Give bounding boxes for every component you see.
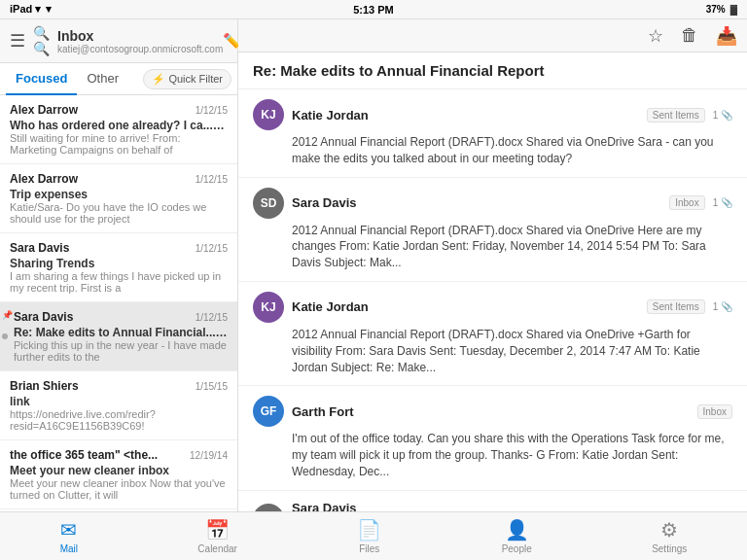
email-subject: Meet your new cleaner inbox [10,464,228,477]
mail-icon: ✉ [60,518,77,542]
list-item[interactable]: 📌 Sara Davis 1/12/15 Re: Make edits to A… [0,302,237,371]
nav-files[interactable]: 📄 Files [345,514,393,558]
message-body: 2012 Annual Financial Report (DRAFT).doc… [253,223,732,271]
message-sender-name: Sara Davis [292,501,437,511]
wifi-icon: ▾ [46,3,52,16]
email-sender: Brian Shiers [10,379,79,393]
avatar: KJ [253,292,284,323]
email-count: 9 » [219,121,228,131]
ipad-label: iPad ▾ [10,3,41,16]
thread-title: Re: Make edits to Annual Financial Repor… [253,62,545,79]
favorite-icon[interactable]: ☆ [648,25,663,47]
list-item[interactable]: Sara Davis 1/12/15 Sharing Trends I am s… [0,233,237,302]
email-sender: Sara Davis [14,310,73,324]
battery-icon: ▓ [730,4,737,15]
email-preview: I am sharing a few things I have picked … [10,270,228,294]
email-preview: Katie/Sara- Do you have the IO codes we … [10,201,228,225]
bolt-icon: ⚡ [152,73,165,86]
message-item: KJ Katie Jordan Sent Items 1 📎 2012 Annu… [238,89,747,178]
email-sender: the office 365 team" <the... [10,448,158,462]
main-container: 🔍 Inbox katiej@contosogroup.onmicrosoft.… [0,19,747,511]
email-sender: Alex Darrow [10,103,78,117]
list-item[interactable]: Alex Darrow 1/12/15 Trip expenses Katie/… [0,164,237,233]
email-subject: link [10,395,228,408]
hamburger-icon[interactable] [10,30,25,52]
email-date: 1/12/15 [196,174,228,185]
tab-other[interactable]: Other [77,63,128,95]
right-panel: ☆ 🗑 📥 Re: Make edits to Annual Financial… [238,19,747,511]
tab-focused[interactable]: Focused [6,63,77,95]
message-label: Sent Items [647,108,705,122]
message-item: KJ Katie Jordan Sent Items 1 📎 2012 Annu… [238,282,747,386]
unread-dot [2,333,8,339]
inbox-header: 🔍 Inbox katiej@contosogroup.onmicrosoft.… [0,19,237,63]
email-sender: Sara Davis [10,241,69,255]
email-list: Alex Darrow 1/12/15 Who has ordered one … [0,95,237,511]
attachment-count: 1 📎 [713,197,732,208]
quick-filter-button[interactable]: ⚡ Quick Filter [143,69,231,89]
people-icon: 👤 [505,518,529,542]
message-body: I'm out of the office today. Can you sha… [253,431,732,479]
battery-percent: 37% [706,4,726,15]
list-item[interactable]: the office 365 team" <the... 12/19/14 Me… [0,440,237,509]
email-sender: Alex Darrow [10,172,78,186]
message-sender-name: Sara Davis [292,195,357,210]
bottom-nav: ✉ Mail 📅 Calendar 📄 Files 👤 People ⚙ Set… [0,511,747,560]
top-action-bar: ☆ 🗑 📥 [238,19,747,52]
left-panel: 🔍 Inbox katiej@contosogroup.onmicrosoft.… [0,19,238,511]
email-subject: Trip expenses [10,188,228,201]
status-time: 5:13 PM [353,4,394,16]
message-label: Sent Items [647,299,705,314]
email-preview: Picking this up in the new year - I have… [14,339,228,363]
message-sender-name: Katie Jordan [292,108,369,122]
quick-filter-label: Quick Filter [168,73,223,85]
files-icon: 📄 [357,518,381,542]
nav-people-label: People [502,543,532,554]
email-date: 1/12/15 [196,243,228,254]
email-subject: Sharing Trends [10,257,228,270]
nav-settings[interactable]: ⚙ Settings [640,514,698,558]
avatar: SD [253,504,284,511]
search-icon[interactable]: 🔍 [33,25,50,56]
attachment-count: 1 📎 [713,110,732,121]
message-body: 2012 Annual Financial Report (DRAFT).doc… [253,134,732,167]
list-item[interactable]: Alex Darrow 1/12/15 Who has ordered one … [0,95,237,164]
message-item: SD Sara Davis Inbox 1 📎 2012 Annual Fina… [238,178,747,282]
inbox-title: Inbox [57,28,223,44]
avatar: SD [253,188,284,219]
nav-settings-label: Settings [652,543,687,554]
email-date: 12/19/14 [190,450,228,461]
tab-bar: Focused Other ⚡ Quick Filter [0,63,237,95]
message-label: Inbox [697,404,732,419]
thread-header: Re: Make edits to Annual Financial Repor… [238,52,747,89]
attachment-count: 1 📎 [713,301,732,312]
list-item[interactable]: Brian Shiers 1/15/15 link https://onedri… [0,371,237,440]
message-item: GF Garth Fort Inbox I'm out of the offic… [238,386,747,490]
user-email: katiej@contosogroup.onmicrosoft.com [57,44,223,54]
email-preview: Meet your new cleaner inbox Now that you… [10,477,228,501]
email-subject: Who has ordered one already? I ca... 9 » [10,119,228,132]
settings-icon: ⚙ [660,518,678,542]
trash-icon[interactable]: 🗑 [681,25,698,46]
nav-people[interactable]: 👤 People [490,514,544,558]
email-date: 1/12/15 [196,105,228,116]
email-date: 1/12/15 [196,312,228,323]
email-preview: https://onedrive.live.com/redir?resid=A1… [10,408,228,432]
thread-messages: KJ Katie Jordan Sent Items 1 📎 2012 Annu… [238,89,747,511]
message-sender-name: Garth Fort [292,404,354,419]
avatar: KJ [253,99,284,130]
nav-mail-label: Mail [60,543,78,554]
pin-icon: 📌 [2,310,13,320]
email-date: 1/15/15 [196,381,228,392]
message-body: 2012 Annual Financial Report (DRAFT).doc… [253,327,732,375]
email-count: 5 » [222,328,228,338]
message-sender-name: Katie Jordan [292,299,369,314]
nav-calendar-label: Calendar [197,543,237,554]
nav-mail[interactable]: ✉ Mail [49,514,89,558]
email-preview: Still waiting for mine to arrive! From: … [10,132,228,156]
list-item[interactable]: 📌 Katie Jordan 12/12/14 Re: Recent conte… [0,509,237,511]
message-item: SD Sara Davis to Garth Fort and Katie Jo… [238,491,747,511]
nav-calendar[interactable]: 📅 Calendar [186,514,249,558]
avatar: GF [253,396,284,427]
archive-icon[interactable]: 📥 [716,25,737,47]
